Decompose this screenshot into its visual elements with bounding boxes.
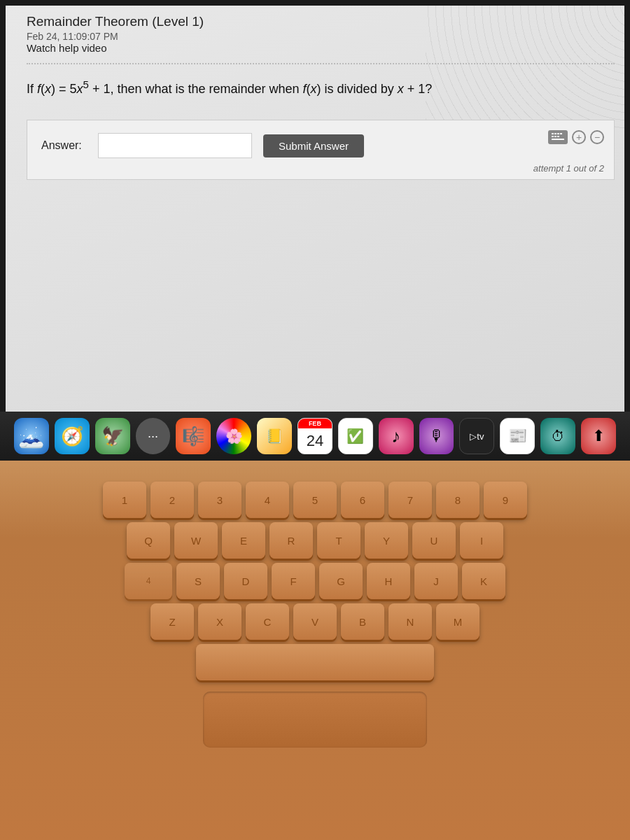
svg-rect-7 xyxy=(552,139,564,140)
screen-bezel: Remainder Theorem (Level 1) Feb 24, 11:0… xyxy=(0,0,630,412)
dock-item-ellipsis[interactable]: ··· xyxy=(136,418,171,454)
key-j[interactable]: J xyxy=(414,563,458,599)
attempt-text: attempt 1 out of 2 xyxy=(533,163,604,174)
zoom-in-icon[interactable]: + xyxy=(572,130,586,144)
key-1[interactable]: 1 xyxy=(103,482,146,518)
key-n[interactable]: N xyxy=(388,603,432,640)
key-t[interactable]: T xyxy=(317,522,360,559)
key-2[interactable]: 2 xyxy=(150,482,194,518)
svg-rect-0 xyxy=(552,133,554,134)
key-u[interactable]: U xyxy=(412,522,456,559)
keyboard-area: 1 2 3 4 5 6 7 8 9 Q W E R T Y U I 4 S D … xyxy=(14,475,616,692)
dock-item-safari[interactable]: 🧭 xyxy=(55,418,90,454)
answer-label: Answer: xyxy=(41,139,87,152)
key-4[interactable]: 4 xyxy=(246,482,289,518)
dock-item-finder2[interactable]: ⬆ xyxy=(581,418,616,454)
key-7[interactable]: 7 xyxy=(388,482,432,518)
dock-item-podcast[interactable]: 🎙 xyxy=(419,418,454,454)
keyboard-row-a: 4 S D F G H J K xyxy=(21,563,609,599)
keyboard-row-q: Q W E R T Y U I xyxy=(21,522,609,559)
dock-item-appletv[interactable]: ▷tv xyxy=(459,418,494,454)
dock-item-notes[interactable]: 📒 xyxy=(257,418,292,454)
title-row: Remainder Theorem (Level 1) xyxy=(27,14,615,29)
key-c[interactable]: C xyxy=(246,603,289,640)
answer-input[interactable] xyxy=(98,133,252,158)
svg-rect-6 xyxy=(557,136,559,137)
content-area: Remainder Theorem (Level 1) Feb 24, 11:0… xyxy=(6,6,624,180)
keyboard-icons: + − xyxy=(548,130,604,144)
key-z[interactable]: Z xyxy=(150,603,194,640)
touchpad[interactable] xyxy=(203,692,427,748)
key-3[interactable]: 3 xyxy=(198,482,241,518)
dock-item-news[interactable]: 📰 xyxy=(500,418,535,454)
key-x[interactable]: X xyxy=(198,603,241,640)
calendar-month: FEB xyxy=(298,419,332,428)
key-i[interactable]: I xyxy=(460,522,503,559)
question-text: If f(x) = 5x5 + 1, then what is the rema… xyxy=(27,77,615,99)
key-v[interactable]: V xyxy=(293,603,337,640)
keyboard-row-z: Z X C V B N M xyxy=(21,603,609,640)
zoom-out-icon[interactable]: − xyxy=(590,130,604,144)
key-6[interactable]: 6 xyxy=(341,482,384,518)
dock-item-finder[interactable]: 🗻 xyxy=(14,418,49,454)
dock-item-reminders[interactable]: ✅ xyxy=(338,418,373,454)
section-divider xyxy=(27,63,615,64)
key-s[interactable]: S xyxy=(176,563,220,599)
dock-item-script[interactable]: 🎼 xyxy=(176,418,211,454)
key-w[interactable]: W xyxy=(174,522,218,559)
keyboard-row-space xyxy=(21,644,609,680)
keyboard-icon[interactable] xyxy=(548,130,568,144)
key-space[interactable] xyxy=(196,644,434,680)
watch-help-link[interactable]: Watch help video xyxy=(27,42,107,54)
dock: 🗻 🧭 🦅 ··· 🎼 🌸 📒 FEB 24 ✅ ♪ 🎙 ▷tv 📰 ⏱ ⬆ M… xyxy=(0,412,630,461)
key-q[interactable]: Q xyxy=(127,522,170,559)
key-e[interactable]: E xyxy=(222,522,265,559)
svg-rect-3 xyxy=(560,133,562,134)
screen-content: Remainder Theorem (Level 1) Feb 24, 11:0… xyxy=(6,6,624,412)
key-f[interactable]: F xyxy=(272,563,315,599)
keyboard-row-numbers: 1 2 3 4 5 6 7 8 9 xyxy=(21,482,609,518)
key-9[interactable]: 9 xyxy=(484,482,527,518)
dock-item-photos[interactable]: 🌸 xyxy=(216,418,251,454)
dock-item-screentime[interactable]: ⏱ xyxy=(540,418,575,454)
key-r[interactable]: R xyxy=(270,522,313,559)
submit-button[interactable]: Submit Answer xyxy=(263,134,364,158)
key-d[interactable]: D xyxy=(224,563,267,599)
answer-section: + − Answer: Submit Answer attempt 1 out … xyxy=(27,120,615,180)
svg-rect-5 xyxy=(554,136,556,137)
key-g[interactable]: G xyxy=(319,563,363,599)
key-5[interactable]: 5 xyxy=(293,482,337,518)
dock-item-bird[interactable]: 🦅 xyxy=(95,418,130,454)
screen: Remainder Theorem (Level 1) Feb 24, 11:0… xyxy=(6,6,624,412)
key-k[interactable]: K xyxy=(462,563,505,599)
answer-row: Answer: Submit Answer xyxy=(41,133,600,158)
key-a-wide[interactable]: 4 xyxy=(125,563,172,599)
svg-rect-1 xyxy=(554,133,556,134)
dock-item-music[interactable]: ♪ xyxy=(379,418,414,454)
key-b[interactable]: B xyxy=(341,603,384,640)
key-y[interactable]: Y xyxy=(365,522,408,559)
calendar-day: 24 xyxy=(307,428,323,454)
page-title: Remainder Theorem (Level 1) xyxy=(27,14,204,29)
key-m[interactable]: M xyxy=(436,603,479,640)
laptop-body: 1 2 3 4 5 6 7 8 9 Q W E R T Y U I 4 S D … xyxy=(0,461,630,840)
svg-rect-4 xyxy=(552,136,554,137)
datetime: Feb 24, 11:09:07 PM xyxy=(27,31,615,42)
dock-item-calendar[interactable]: FEB 24 xyxy=(298,418,332,454)
key-h[interactable]: H xyxy=(367,563,410,599)
svg-rect-2 xyxy=(557,133,559,134)
key-8[interactable]: 8 xyxy=(436,482,479,518)
